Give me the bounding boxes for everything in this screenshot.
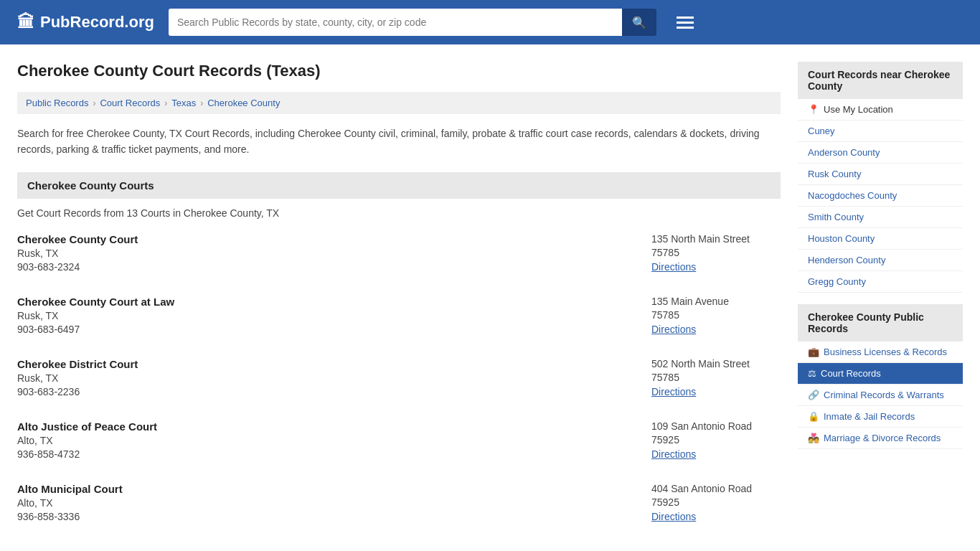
courts-list: Cherokee County Court Rusk, TX 903-683-2… <box>17 233 781 528</box>
sidebar-public-records-item[interactable]: 🔒Inmate & Jail Records <box>798 406 963 428</box>
court-phone: 936-858-4732 <box>17 448 157 460</box>
court-city: Rusk, TX <box>17 248 138 259</box>
content-area: Cherokee County Court Records (Texas) Pu… <box>17 62 781 545</box>
court-left: Alto Municipal Court Alto, TX 936-858-33… <box>17 483 123 522</box>
sidebar-public-records-item[interactable]: ⚖Court Records <box>798 363 963 385</box>
court-left: Cherokee County Court at Law Rusk, TX 90… <box>17 296 174 335</box>
court-name: Cherokee County Court at Law <box>17 296 174 308</box>
sidebar-nearby-item[interactable]: Rusk County <box>798 164 963 185</box>
page-title: Cherokee County Court Records (Texas) <box>17 62 781 80</box>
court-left: Cherokee County Court Rusk, TX 903-683-2… <box>17 233 138 273</box>
directions-link[interactable]: Directions <box>651 386 696 397</box>
menu-button[interactable] <box>671 14 699 32</box>
breadcrumb: Public Records › Court Records › Texas ›… <box>17 92 781 114</box>
court-name: Alto Municipal Court <box>17 483 123 495</box>
court-right: 135 North Main Street 75785 Directions <box>651 233 781 273</box>
court-address: 135 Main Avenue <box>651 296 781 307</box>
directions-link[interactable]: Directions <box>651 324 696 335</box>
court-city: Rusk, TX <box>17 372 138 384</box>
directions-link[interactable]: Directions <box>651 511 696 522</box>
court-phone: 936-858-3336 <box>17 511 123 522</box>
site-logo[interactable]: 🏛 PubRecord.org <box>17 12 154 32</box>
site-header: 🏛 PubRecord.org 🔍 <box>0 0 980 44</box>
sidebar-nearby-item[interactable]: Smith County <box>798 207 963 228</box>
public-records-icon: 💑 <box>808 433 819 443</box>
sidebar-nearby-item[interactable]: Anderson County <box>798 142 963 164</box>
public-records-icon: 🔗 <box>808 390 819 400</box>
logo-text: PubRecord.org <box>40 13 154 32</box>
sidebar-nearby-item[interactable]: Nacogdoches County <box>798 185 963 207</box>
sidebar-nearby-item[interactable]: Gregg County <box>798 271 963 293</box>
court-zip: 75785 <box>651 372 781 383</box>
court-right: 135 Main Avenue 75785 Directions <box>651 296 781 335</box>
sidebar-public-records-item[interactable]: 🔗Criminal Records & Warrants <box>798 385 963 406</box>
main-container: Cherokee County Court Records (Texas) Pu… <box>0 44 980 551</box>
court-right: 404 San Antonio Road 75925 Directions <box>651 483 781 522</box>
sidebar-use-location[interactable]: 📍 Use My Location <box>798 99 963 121</box>
sidebar-public-records-section: Cherokee County Public Records 💼Business… <box>798 304 963 449</box>
courts-section-header: Cherokee County Courts <box>17 172 781 199</box>
court-entry: Cherokee District Court Rusk, TX 903-683… <box>17 358 781 403</box>
court-phone: 903-683-6497 <box>17 324 174 335</box>
court-zip: 75785 <box>651 309 781 321</box>
court-address: 404 San Antonio Road <box>651 483 781 494</box>
breadcrumb-court-records[interactable]: Court Records <box>100 98 160 108</box>
public-records-label: Business Licenses & Records <box>824 347 947 357</box>
court-phone: 903-683-2324 <box>17 261 138 273</box>
breadcrumb-cherokee-county[interactable]: Cherokee County <box>207 98 280 108</box>
court-city: Alto, TX <box>17 435 157 446</box>
sidebar: Court Records near Cherokee County 📍 Use… <box>798 62 963 545</box>
sidebar-nearby-item[interactable]: Henderson County <box>798 250 963 271</box>
court-name: Alto Justice of Peace Court <box>17 420 157 433</box>
directions-link[interactable]: Directions <box>651 448 696 460</box>
sidebar-nearby-item[interactable]: Cuney <box>798 121 963 142</box>
court-phone: 903-683-2236 <box>17 386 138 397</box>
court-city: Alto, TX <box>17 497 123 509</box>
page-description: Search for free Cherokee County, TX Cour… <box>17 126 781 158</box>
sidebar-public-records-header: Cherokee County Public Records <box>798 304 963 342</box>
courts-count: Get Court Records from 13 Courts in Cher… <box>17 207 781 219</box>
court-address: 135 North Main Street <box>651 233 781 245</box>
logo-icon: 🏛 <box>17 12 34 32</box>
sidebar-nearby-list: 📍 Use My Location CuneyAnderson CountyRu… <box>798 99 963 293</box>
breadcrumb-public-records[interactable]: Public Records <box>26 98 88 108</box>
court-entry: Alto Municipal Court Alto, TX 936-858-33… <box>17 483 781 528</box>
search-bar: 🔍 <box>169 9 656 36</box>
search-button[interactable]: 🔍 <box>622 9 656 36</box>
court-entry: Cherokee County Court at Law Rusk, TX 90… <box>17 296 781 341</box>
court-address: 502 North Main Street <box>651 358 781 369</box>
court-zip: 75925 <box>651 434 781 446</box>
location-icon: 📍 <box>808 104 819 115</box>
court-right: 502 North Main Street 75785 Directions <box>651 358 781 397</box>
court-zip: 75785 <box>651 247 781 258</box>
breadcrumb-sep-3: › <box>200 98 203 108</box>
breadcrumb-texas[interactable]: Texas <box>171 98 196 108</box>
sidebar-public-records-item[interactable]: 💑Marriage & Divorce Records <box>798 428 963 449</box>
court-entry: Alto Justice of Peace Court Alto, TX 936… <box>17 420 781 466</box>
court-name: Cherokee District Court <box>17 358 138 370</box>
court-zip: 75925 <box>651 496 781 508</box>
court-name: Cherokee County Court <box>17 233 138 245</box>
public-records-label: Criminal Records & Warrants <box>824 390 944 400</box>
breadcrumb-sep-2: › <box>164 98 167 108</box>
breadcrumb-sep-1: › <box>93 98 95 108</box>
public-records-icon: 💼 <box>808 347 819 357</box>
hamburger-icon <box>677 17 694 29</box>
public-records-icon: ⚖ <box>808 368 816 379</box>
sidebar-public-records-item[interactable]: 💼Business Licenses & Records <box>798 342 963 363</box>
court-left: Alto Justice of Peace Court Alto, TX 936… <box>17 420 157 460</box>
search-input[interactable] <box>169 9 622 36</box>
sidebar-nearby-item[interactable]: Houston County <box>798 228 963 250</box>
court-address: 109 San Antonio Road <box>651 420 781 432</box>
court-left: Cherokee District Court Rusk, TX 903-683… <box>17 358 138 397</box>
court-city: Rusk, TX <box>17 310 174 321</box>
use-location-label: Use My Location <box>824 104 893 115</box>
public-records-icon: 🔒 <box>808 411 819 422</box>
search-icon: 🔍 <box>632 16 646 29</box>
sidebar-nearby-header: Court Records near Cherokee County <box>798 62 963 99</box>
public-records-label: Marriage & Divorce Records <box>824 433 941 443</box>
sidebar-public-records-list: 💼Business Licenses & Records⚖Court Recor… <box>798 342 963 449</box>
directions-link[interactable]: Directions <box>651 261 696 273</box>
public-records-label: Court Records <box>821 368 881 379</box>
court-entry: Cherokee County Court Rusk, TX 903-683-2… <box>17 233 781 278</box>
